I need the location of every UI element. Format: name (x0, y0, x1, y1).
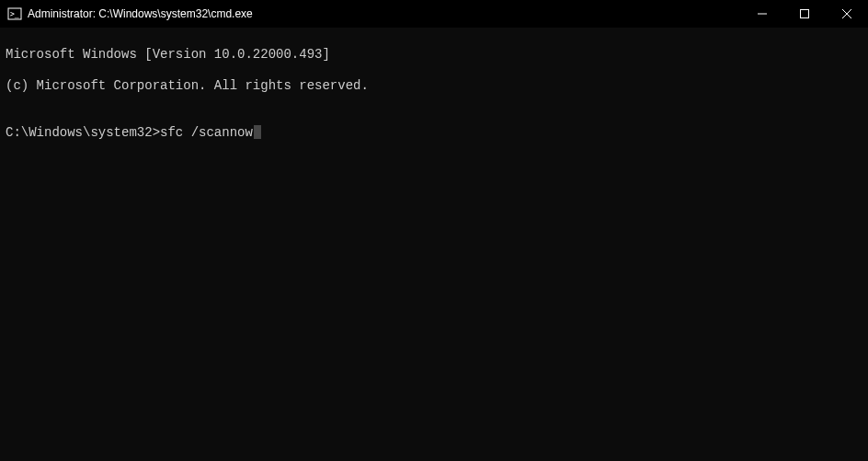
terminal-output[interactable]: Microsoft Windows [Version 10.0.22000.49… (0, 28, 868, 461)
command-input: sfc /scannow (160, 125, 253, 141)
prompt-path: C:\Windows\system32> (6, 125, 160, 141)
close-button[interactable] (826, 0, 868, 28)
svg-rect-3 (801, 10, 809, 18)
window-title: Administrator: C:\Windows\system32\cmd.e… (28, 7, 741, 20)
prompt-line: C:\Windows\system32>sfc /scannow (6, 125, 862, 141)
output-line: Microsoft Windows [Version 10.0.22000.49… (6, 47, 862, 63)
minimize-button[interactable] (741, 0, 783, 28)
output-line: (c) Microsoft Corporation. All rights re… (6, 78, 862, 94)
window-controls (741, 0, 868, 28)
svg-text:>_: >_ (10, 10, 19, 18)
text-cursor (254, 125, 261, 139)
maximize-button[interactable] (783, 0, 826, 28)
window-titlebar: >_ Administrator: C:\Windows\system32\cm… (0, 0, 868, 28)
cmd-icon: >_ (7, 6, 22, 21)
